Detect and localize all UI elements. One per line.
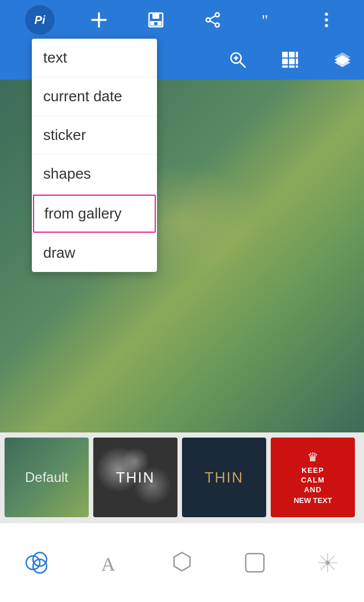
dropdown-item-sticker[interactable]: sticker [32, 116, 157, 155]
svg-point-7 [216, 23, 220, 27]
more-button[interactable] [314, 7, 339, 32]
svg-rect-3 [152, 13, 159, 19]
thumbnail-default-label: Default [25, 469, 68, 485]
thumbnail-thin1-label: THIN [116, 469, 155, 486]
add-dropdown-menu: text current date sticker shapes from ga… [32, 39, 157, 272]
thumbnail-strip: Default THIN THIN ♛ KEEPCALMAND NEW TEXT [0, 432, 364, 522]
share-button[interactable] [200, 7, 225, 32]
svg-point-8 [206, 18, 210, 22]
svg-text:A: A [101, 554, 115, 575]
add-button[interactable] [86, 7, 111, 32]
keep-calm-label: KEEPCALMAND [301, 466, 325, 495]
svg-marker-35 [174, 552, 190, 571]
svg-line-16 [240, 62, 246, 68]
svg-rect-26 [289, 65, 295, 68]
dropdown-item-shapes[interactable]: shapes [32, 155, 157, 193]
dropdown-item-current-date[interactable]: current date [32, 77, 157, 116]
dropdown-item-draw[interactable]: draw [32, 234, 157, 272]
svg-point-6 [216, 13, 220, 17]
svg-rect-25 [282, 65, 288, 68]
quote-button[interactable]: " [257, 7, 282, 32]
thumbnail-thin1[interactable]: THIN [93, 438, 177, 517]
svg-line-9 [210, 16, 216, 19]
zoom-button[interactable] [225, 47, 250, 72]
svg-point-14 [325, 24, 328, 27]
thumbnail-keep-calm[interactable]: ♛ KEEPCALMAND NEW TEXT [271, 438, 355, 517]
svg-rect-22 [282, 59, 288, 64]
svg-point-12 [325, 13, 328, 16]
svg-line-10 [210, 21, 216, 24]
toolbar-row1: Pi [0, 0, 364, 40]
svg-rect-27 [296, 65, 298, 68]
nav-shapes-button[interactable] [159, 540, 205, 585]
svg-rect-21 [296, 52, 298, 57]
svg-point-41 [325, 560, 330, 565]
new-text-label: NEW TEXT [293, 496, 332, 505]
bottom-nav: A [0, 522, 364, 602]
grid-button[interactable] [278, 47, 303, 72]
svg-rect-23 [289, 59, 295, 64]
app-logo: Pi [25, 5, 55, 35]
svg-rect-24 [296, 59, 298, 64]
svg-point-13 [325, 18, 328, 22]
nav-tools-button[interactable] [305, 540, 350, 585]
nav-filters-button[interactable] [14, 540, 59, 585]
svg-rect-20 [289, 52, 295, 57]
thumbnail-default[interactable]: Default [5, 438, 89, 517]
thumbnail-thin2[interactable]: THIN [182, 438, 266, 517]
svg-rect-19 [282, 52, 288, 57]
svg-text:": " [262, 11, 268, 29]
thumbnail-thin2-label: THIN [205, 469, 244, 486]
save-button[interactable] [143, 7, 168, 32]
layers-button[interactable] [330, 47, 355, 72]
svg-rect-5 [154, 22, 158, 25]
crown-icon: ♛ [307, 450, 318, 465]
dropdown-item-text[interactable]: text [32, 39, 157, 77]
svg-rect-36 [246, 554, 264, 572]
dropdown-item-from-gallery[interactable]: from gallery [33, 195, 156, 233]
nav-frames-button[interactable] [232, 540, 278, 585]
nav-text-button[interactable]: A [86, 540, 132, 585]
